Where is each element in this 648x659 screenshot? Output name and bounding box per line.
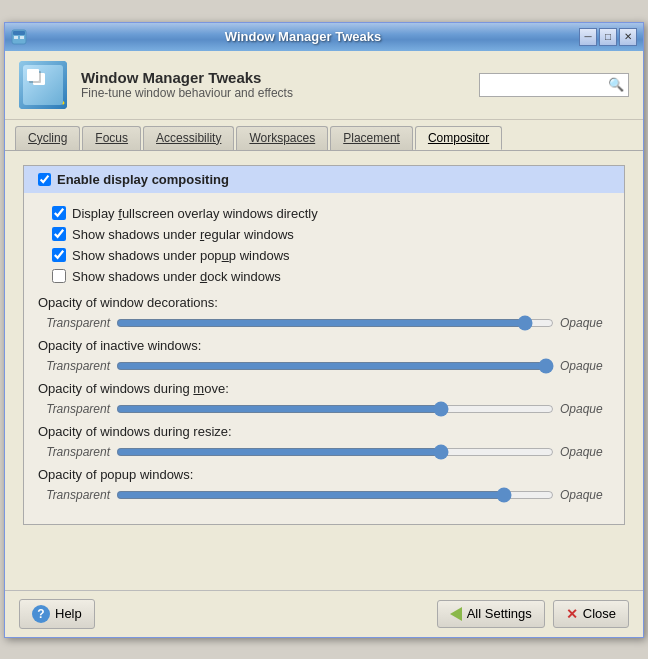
footer: ? Help All Settings ✕ Close: [5, 590, 643, 637]
app-icon: [19, 61, 67, 109]
slider-right-4: Opaque: [560, 488, 610, 502]
tab-accessibility[interactable]: Accessibility: [143, 126, 234, 150]
svg-rect-7: [27, 77, 41, 87]
option-checkbox-0[interactable]: [52, 206, 66, 220]
slider-row-4: Transparent Opaque: [38, 484, 610, 510]
slider-section-label-1: Opacity of inactive windows:: [38, 338, 610, 353]
help-icon: ?: [32, 605, 50, 623]
help-button[interactable]: ? Help: [19, 599, 95, 629]
slider-4[interactable]: [116, 486, 554, 504]
slider-2[interactable]: [116, 400, 554, 418]
app-header: Window Manager Tweaks Fine-tune window b…: [5, 51, 643, 120]
enable-compositing-checkbox[interactable]: [38, 173, 51, 186]
close-icon: ✕: [566, 606, 578, 622]
svg-rect-3: [20, 36, 24, 39]
slider-row-2: Transparent Opaque: [38, 398, 610, 424]
option-checkbox-1[interactable]: [52, 227, 66, 241]
svg-rect-6: [27, 69, 59, 75]
slider-3[interactable]: [116, 443, 554, 461]
search-icon: 🔍: [608, 77, 624, 92]
svg-rect-5: [25, 67, 61, 95]
slider-right-2: Opaque: [560, 402, 610, 416]
slider-row-0: Transparent Opaque: [38, 312, 610, 338]
close-button[interactable]: ✕ Close: [553, 600, 629, 628]
slider-1[interactable]: [116, 357, 554, 375]
compositor-group: Enable display compositing Display fulls…: [23, 165, 625, 525]
option-row-0: Display fullscreen overlay windows direc…: [52, 203, 610, 224]
tab-placement[interactable]: Placement: [330, 126, 413, 150]
svg-rect-2: [14, 36, 18, 39]
option-checkbox-2[interactable]: [52, 248, 66, 262]
svg-rect-4: [19, 61, 67, 109]
search-input[interactable]: [484, 78, 608, 92]
slider-left-4: Transparent: [38, 488, 110, 502]
slider-row-3: Transparent Opaque: [38, 441, 610, 467]
sub-options: Display fullscreen overlay windows direc…: [38, 203, 610, 287]
enable-compositing-row: Enable display compositing: [24, 166, 624, 193]
enable-compositing-label: Enable display compositing: [57, 172, 229, 187]
tab-compositor[interactable]: Compositor: [415, 126, 502, 150]
tab-focus[interactable]: Focus: [82, 126, 141, 150]
search-box[interactable]: 🔍: [479, 73, 629, 97]
all-settings-icon: [450, 607, 462, 621]
close-button[interactable]: ✕: [619, 28, 637, 46]
content-area: Enable display compositing Display fulls…: [5, 150, 643, 590]
option-label-2: Show shadows under popup windows: [72, 248, 290, 263]
option-label-0: Display fullscreen overlay windows direc…: [72, 206, 318, 221]
app-title: Window Manager Tweaks: [81, 69, 465, 86]
slider-left-2: Transparent: [38, 402, 110, 416]
all-settings-button[interactable]: All Settings: [437, 600, 545, 628]
option-row-3: Show shadows under dock windows: [52, 266, 610, 287]
option-label-1: Show shadows under regular windows: [72, 227, 294, 242]
slider-right-3: Opaque: [560, 445, 610, 459]
help-label: Help: [55, 606, 82, 621]
window-title: Window Manager Tweaks: [27, 29, 579, 44]
minimize-button[interactable]: ─: [579, 28, 597, 46]
window-controls: ─ □ ✕: [579, 28, 637, 46]
maximize-button[interactable]: □: [599, 28, 617, 46]
slider-section-label-4: Opacity of popup windows:: [38, 467, 610, 482]
option-row-2: Show shadows under popup windows: [52, 245, 610, 266]
svg-point-10: [50, 90, 60, 100]
slider-row-1: Transparent Opaque: [38, 355, 610, 381]
option-row-1: Show shadows under regular windows: [52, 224, 610, 245]
tab-cycling[interactable]: Cycling: [15, 126, 80, 150]
titlebar: Window Manager Tweaks ─ □ ✕: [5, 23, 643, 51]
slider-section-label-2: Opacity of windows during move:: [38, 381, 610, 396]
footer-right: All Settings ✕ Close: [437, 600, 629, 628]
tabs-row: Cycling Focus Accessibility Workspaces P…: [5, 120, 643, 150]
app-subtitle: Fine-tune window behaviour and effects: [81, 86, 465, 100]
slider-0[interactable]: [116, 314, 554, 332]
main-window: Window Manager Tweaks ─ □ ✕: [4, 22, 644, 638]
opacity-sections: Opacity of window decorations: Transpare…: [38, 295, 610, 510]
slider-right-1: Opaque: [560, 359, 610, 373]
slider-right-0: Opaque: [560, 316, 610, 330]
svg-rect-1: [13, 31, 25, 35]
svg-rect-8: [43, 77, 59, 87]
slider-left-1: Transparent: [38, 359, 110, 373]
tab-workspaces[interactable]: Workspaces: [236, 126, 328, 150]
all-settings-label: All Settings: [467, 606, 532, 621]
slider-section-label-0: Opacity of window decorations:: [38, 295, 610, 310]
slider-left-0: Transparent: [38, 316, 110, 330]
option-label-3: Show shadows under dock windows: [72, 269, 281, 284]
svg-rect-9: [27, 89, 59, 97]
close-label: Close: [583, 606, 616, 621]
window-icon: [11, 29, 27, 45]
slider-section-label-3: Opacity of windows during resize:: [38, 424, 610, 439]
option-checkbox-3[interactable]: [52, 269, 66, 283]
header-text: Window Manager Tweaks Fine-tune window b…: [81, 69, 465, 100]
slider-left-3: Transparent: [38, 445, 110, 459]
